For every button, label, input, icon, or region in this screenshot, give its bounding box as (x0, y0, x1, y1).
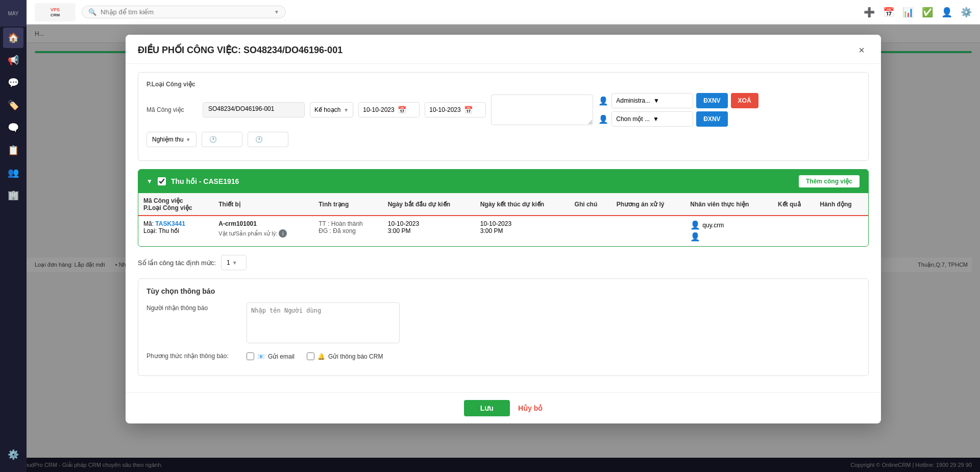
col-header-phuongan: Phương án xử lý (611, 193, 685, 216)
sidebar-item-announce[interactable]: 📢 (3, 50, 23, 70)
green-section-title: Thu hồi - CASE1916 (171, 177, 239, 185)
nhanvien-icon-2: 👤 (690, 232, 700, 241)
luu-button[interactable]: Lưu (464, 400, 510, 416)
add-icon[interactable]: ➕ (864, 7, 875, 18)
search-bar[interactable]: 🔍 ▼ (82, 6, 286, 18)
notif-title: Tùy chọn thông báo (146, 287, 860, 295)
ke-hoach-select[interactable]: Kế hoạch ▼ (310, 102, 353, 117)
chon-mot-select[interactable]: Chon một ... ▼ (611, 111, 693, 127)
user-icon-2: 👤 (598, 114, 608, 124)
cell-ketqua (773, 216, 815, 246)
bell-icon: 🔔 (317, 353, 325, 360)
check-crm: 🔔 Gửi thông báo CRM (307, 352, 383, 360)
email-icon: 📧 (257, 353, 265, 360)
chevron-down-icon: ▼ (232, 260, 237, 266)
nguoi-nhan-input[interactable] (247, 302, 400, 343)
dxnv-button-2[interactable]: ĐXNV (696, 111, 727, 127)
sidebar-item-comment[interactable]: 🗨️ (3, 117, 23, 138)
clock-icon: 🕐 (255, 136, 263, 143)
cell-ngaykt: 10-10-2023 3:00 PM (475, 216, 570, 246)
sidebar-logo: MAY (0, 0, 27, 27)
chevron-down-icon: ▼ (274, 9, 279, 15)
clock-icon: 🕐 (209, 136, 217, 143)
gui-crm-label: Gửi thông báo CRM (328, 353, 383, 360)
sidebar: MAY 🏠 📢 💬 🏷️ 🗨️ 📋 👥 🏢 ⚙️ (0, 0, 27, 472)
sidebar-item-tag[interactable]: 🏷️ (3, 95, 23, 115)
calendar-icon: 📅 (398, 106, 406, 114)
task-device: A-crm101001 (218, 220, 308, 227)
ngay-kt-date: 10-10-2023 (480, 220, 565, 227)
green-section: ▼ Thu hồi - CASE1916 Thêm công việc Mã C… (138, 169, 869, 247)
dxnv-button-1[interactable]: ĐXNV (696, 93, 727, 108)
gear-icon[interactable]: ⚙️ (961, 7, 972, 18)
cell-tinhtrang: TT : Hoàn thành ĐG : Đã xong (313, 216, 382, 246)
sidebar-item-chat[interactable]: 💬 (3, 73, 23, 93)
cell-ma: Mã: TASK3441 Loại: Thu hồi (138, 216, 213, 246)
col-header-ngaybd: Ngày bắt đầu dự kiến (383, 193, 475, 216)
calendar-icon[interactable]: 📅 (883, 7, 894, 18)
check-icon[interactable]: ✅ (922, 7, 933, 18)
them-cv-button[interactable]: Thêm công việc (798, 175, 860, 188)
col-header-ngaykt: Ngày kết thúc dự kiến (475, 193, 570, 216)
cell-phuongan (611, 216, 685, 246)
crm-checkbox[interactable] (307, 352, 314, 360)
sidebar-item-users[interactable]: 👥 (3, 162, 23, 183)
sidebar-item-settings[interactable]: ⚙️ (3, 444, 23, 465)
sidebar-item-company[interactable]: 🏢 (3, 185, 23, 205)
ghi-chu-textarea[interactable] (491, 95, 593, 125)
status-tt: TT : Hoàn thành (318, 220, 377, 227)
status-dg: ĐG : Đã xong (318, 227, 377, 234)
time-end[interactable]: 🕐 (248, 132, 288, 147)
triangle-icon: ▼ (146, 178, 153, 185)
nhanvien-icon: 👤 (690, 220, 700, 230)
calendar-icon: 📅 (464, 106, 473, 114)
col-header-nhanvien: Nhân viên thực hiện (685, 193, 773, 216)
col-header-ma: Mã Công việcP.Loại Công việc (138, 193, 213, 216)
modal-overlay: ĐIỀU PHỐI CÔNG VIỆC: SO48234/DO46196-001… (27, 25, 980, 472)
task-table: Mã Công việcP.Loại Công việc Thiết bị Tì… (138, 193, 868, 246)
notif-row-nguoinhan: Người nhận thông báo (146, 302, 860, 343)
chevron-down-icon: ▼ (653, 115, 659, 123)
close-button[interactable]: × (854, 43, 869, 57)
nguoi-nhan-label: Người nhận thông báo (146, 302, 238, 312)
modal-header: ĐIỀU PHỐI CÔNG VIỆC: SO48234/DO46196-001… (126, 35, 881, 64)
cell-ngaybd: 10-10-2023 3:00 PM (383, 216, 475, 246)
ma-cv-value: SO48234/DO46196-001 (203, 102, 305, 117)
task-loai: Thu hồi (158, 227, 179, 234)
time-start[interactable]: 🕐 (202, 132, 242, 147)
chevron-down-icon: ▼ (186, 137, 191, 143)
notif-row-phuongthuc: Phương thức nhận thông báo: 📧 Gửi email … (146, 350, 860, 360)
modal-dialog: ĐIỀU PHỐI CÔNG VIỆC: SO48234/DO46196-001… (126, 35, 881, 423)
nhanvien-name: quy.crm (702, 222, 724, 229)
sidebar-item-home[interactable]: 🏠 (3, 28, 23, 48)
so-lan-select[interactable]: 1 ▼ (221, 255, 247, 270)
huy-button[interactable]: Hủy bỏ (518, 404, 543, 412)
cell-thietbi: A-crm101001 Vật tư/Sản phẩm xử lý: i (213, 216, 313, 246)
user-icon-1: 👤 (598, 96, 608, 106)
search-icon: 🔍 (88, 8, 96, 16)
search-input[interactable] (101, 8, 270, 16)
admin-select[interactable]: Administra... ▼ (611, 93, 693, 108)
email-checkbox[interactable] (247, 352, 254, 360)
date-start-picker[interactable]: 10-10-2023 📅 (358, 102, 420, 117)
col-header-ketqua: Kết quả (773, 193, 815, 216)
notif-checkboxes: 📧 Gửi email 🔔 Gửi thông báo CRM (247, 352, 383, 360)
top-section: P.Loại Công việc Mã Công việc SO48234/DO… (138, 72, 869, 161)
xoa-button[interactable]: XOÁ (731, 93, 758, 108)
sidebar-item-tasks[interactable]: 📋 (3, 140, 23, 160)
green-section-header: ▼ Thu hồi - CASE1916 Thêm công việc (138, 170, 868, 193)
col-header-tinhtrang: Tình trạng (313, 193, 382, 216)
ngay-bd-date: 10-10-2023 (388, 220, 470, 227)
ngay-bd-gio: 3:00 PM (388, 227, 470, 234)
chevron-down-icon: ▼ (344, 107, 349, 113)
nghiem-thu-select[interactable]: Nghiệm thu ▼ (146, 132, 197, 147)
task-id-link[interactable]: TASK3441 (155, 220, 185, 227)
user-icon[interactable]: 👤 (941, 7, 952, 18)
chart-icon[interactable]: 📊 (902, 7, 914, 18)
section-checkbox[interactable] (158, 177, 166, 185)
info-icon[interactable]: i (279, 229, 287, 238)
modal-title: ĐIỀU PHỐI CÔNG VIỆC: SO48234/DO46196-001 (138, 44, 342, 56)
col-header-hanhdong: Hành động (815, 193, 868, 216)
date-end-picker[interactable]: 10-10-2023 📅 (425, 102, 486, 117)
phuong-thuc-label: Phương thức nhận thông báo: (146, 350, 238, 360)
